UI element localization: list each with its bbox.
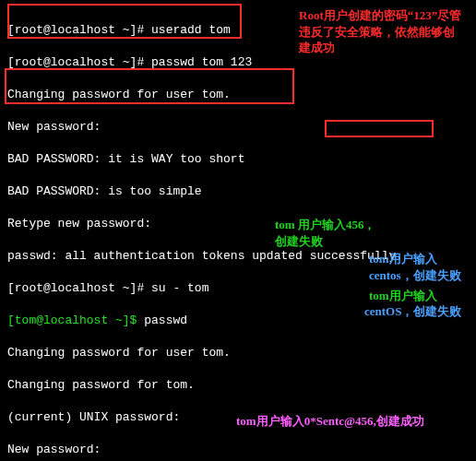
cmd-su-tom: su - tom	[151, 281, 208, 295]
cmd-passwd-root: passwd tom 123	[151, 55, 252, 69]
prompt-root-3: [root@localhost ~]#	[7, 281, 151, 295]
out-newpw-2: New password:	[7, 442, 469, 458]
annotation-tom-456: tom 用户输入456， 创建失败	[275, 217, 441, 249]
cmd-passwd-tom-1: passwd	[144, 313, 187, 327]
prompt-root-2: [root@localhost ~]#	[7, 55, 151, 69]
highlight-box-successfully	[325, 120, 434, 137]
annotation-tom-456-line1: tom 用户输入456，	[275, 218, 375, 231]
annotation-tom-centOS-label: tom用户输入	[369, 288, 476, 304]
highlight-box-commands	[7, 4, 242, 39]
out-bad-short-1: BAD PASSWORD: it is WAY too short	[7, 151, 469, 168]
out-success-prefix: passwd: all authentication tokens update…	[7, 249, 310, 263]
annotation-tom-centos: tom用户输入centos，创建失败	[369, 251, 476, 283]
annotation-tom-centOS-fail: centOS，创建失败	[364, 303, 476, 320]
out-bad-simple: BAD PASSWORD: is too simple	[7, 183, 469, 200]
annotation-tom-success: tom用户输入0*Sentc@456,创建成功	[236, 413, 476, 430]
annotation-tom-456-line2: 创建失败	[275, 234, 323, 248]
prompt-tom-1: [tom@localhost ~]$	[7, 313, 144, 327]
out-changing-user-tom: Changing password for user tom.	[7, 345, 469, 361]
annotation-root-password: Root用户创建的密码“123”尽管违反了安全策略，依然能够创建成功	[299, 7, 465, 56]
highlight-box-badpassword	[5, 68, 294, 104]
out-changing-tom: Changing password for tom.	[7, 377, 469, 394]
